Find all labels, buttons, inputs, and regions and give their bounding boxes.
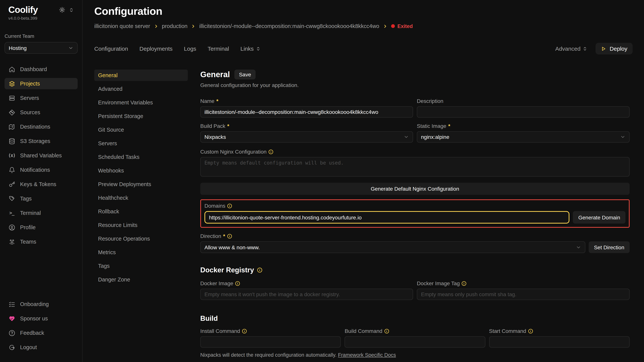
sidebar-item-servers[interactable]: Servers <box>4 92 78 104</box>
sidebar-item-sources[interactable]: Sources <box>4 107 78 118</box>
collapse-chevrons-icon[interactable] <box>69 7 74 12</box>
settings-nav-advanced[interactable]: Advanced <box>94 83 188 95</box>
required-asterisk: * <box>216 98 218 104</box>
tab-terminal[interactable]: Terminal <box>208 45 229 52</box>
info-icon <box>528 329 533 334</box>
sidebar-item-notifications[interactable]: Notifications <box>4 164 78 176</box>
tab-deployments[interactable]: Deployments <box>139 45 172 52</box>
save-button[interactable]: Save <box>234 70 256 79</box>
settings-nav-persistent-storage[interactable]: Persistent Storage <box>94 110 188 122</box>
static-image-select[interactable]: nginx:alpine <box>417 131 630 143</box>
name-input[interactable] <box>200 106 413 118</box>
sidebar-item-logout[interactable]: Logout <box>4 342 78 353</box>
info-icon <box>227 203 232 208</box>
tabs-row: Configuration Deployments Logs Terminal … <box>94 43 633 54</box>
domains-input[interactable] <box>204 211 570 224</box>
braces-x-icon: (x) <box>8 153 15 158</box>
nixpacks-note: Nixpacks will detect the required config… <box>200 352 630 358</box>
sidebar-item-label: Destinations <box>20 124 50 130</box>
status-dot-icon <box>391 24 395 28</box>
settings-nav-tags[interactable]: Tags <box>94 260 188 272</box>
settings-nav-healthcheck[interactable]: Healthcheck <box>94 192 188 204</box>
sidebar-item-shared-variables[interactable]: (x) Shared Variables <box>4 150 78 161</box>
settings-nav-resource-limits[interactable]: Resource Limits <box>94 219 188 231</box>
user-circle-icon <box>8 224 15 231</box>
server-icon <box>8 95 15 101</box>
info-icon <box>257 267 262 273</box>
breadcrumb-environment[interactable]: production <box>162 23 188 29</box>
sidebar-item-label: Projects <box>20 81 40 87</box>
sidebar-item-label: Shared Variables <box>20 152 62 158</box>
build-pack-select[interactable]: Nixpacks <box>200 131 413 143</box>
generate-domain-button[interactable]: Generate Domain <box>573 211 626 224</box>
sidebar-item-label: Onboarding <box>20 301 49 307</box>
settings-nav-resource-operations[interactable]: Resource Operations <box>94 233 188 244</box>
sidebar-item-profile[interactable]: Profile <box>4 222 78 233</box>
required-asterisk: * <box>223 233 225 239</box>
settings-nav-general[interactable]: General <box>94 70 188 81</box>
sidebar-item-onboarding[interactable]: Onboarding <box>4 299 78 310</box>
theme-sun-icon[interactable] <box>59 7 65 13</box>
sidebar-item-tags[interactable]: Tags <box>4 193 78 204</box>
sidebar-item-destinations[interactable]: Destinations <box>4 121 78 132</box>
users-icon <box>8 239 15 245</box>
app-logo: Coolify <box>8 4 38 15</box>
settings-nav-environment-variables[interactable]: Environment Variables <box>94 97 188 108</box>
play-icon <box>601 46 606 51</box>
install-command-input[interactable] <box>200 336 341 348</box>
settings-nav-metrics[interactable]: Metrics <box>94 247 188 258</box>
static-image-value: nginx:alpine <box>421 134 449 140</box>
settings-nav-danger-zone[interactable]: Danger Zone <box>94 274 188 285</box>
docker-image-tag-input[interactable] <box>417 289 630 300</box>
section-title-general: General <box>200 70 230 79</box>
domains-label: Domains <box>204 203 626 209</box>
sidebar-item-keys-tokens[interactable]: Keys & Tokens <box>4 179 78 190</box>
settings-nav-preview-deployments[interactable]: Preview Deployments <box>94 179 188 190</box>
sidebar-item-s3-storages[interactable]: S3 Storages <box>4 135 78 147</box>
settings-nav-rollback[interactable]: Rollback <box>94 206 188 217</box>
generate-nginx-button[interactable]: Generate Default Nginx Configuration <box>200 183 630 195</box>
settings-nav-servers[interactable]: Servers <box>94 138 188 149</box>
info-icon <box>227 234 232 239</box>
build-command-label: Build Command <box>345 328 485 334</box>
sidebar-item-label: Sponsor us <box>20 316 48 322</box>
settings-nav-git-source[interactable]: Git Source <box>94 124 188 135</box>
sidebar-item-label: Profile <box>20 224 36 230</box>
settings-nav-scheduled-tasks[interactable]: Scheduled Tasks <box>94 151 188 163</box>
breadcrumb-project[interactable]: illicitonion quote server <box>94 23 150 29</box>
checklist-icon <box>8 301 15 307</box>
tab-logs[interactable]: Logs <box>184 45 196 52</box>
framework-docs-link[interactable]: Framework Specific Docs <box>338 352 396 358</box>
sidebar-item-teams[interactable]: Teams <box>4 236 78 247</box>
info-icon <box>462 281 467 286</box>
sidebar-item-label: Feedback <box>20 330 44 336</box>
build-command-input[interactable] <box>345 336 485 348</box>
advanced-menu[interactable]: Advanced <box>555 45 587 52</box>
layers-icon <box>8 80 15 87</box>
chevrons-up-down-icon <box>583 46 588 51</box>
sidebar-item-feedback[interactable]: Feedback <box>4 327 78 339</box>
breadcrumb-application[interactable]: illicitestonion/-module--decomposition:m… <box>199 23 379 29</box>
sidebar-item-sponsor[interactable]: Sponsor us <box>4 313 78 324</box>
start-command-input[interactable] <box>489 336 630 348</box>
chevron-down-icon <box>576 245 581 250</box>
docker-image-label: Docker Image <box>200 280 413 286</box>
general-form: General Save General configuration for y… <box>200 70 630 362</box>
team-select[interactable]: Hosting <box>4 42 78 54</box>
description-input[interactable] <box>417 106 630 118</box>
tab-configuration[interactable]: Configuration <box>94 45 128 52</box>
deploy-button[interactable]: Deploy <box>596 43 633 54</box>
sidebar-item-dashboard[interactable]: Dashboard <box>4 63 78 75</box>
section-subtitle: General configuration for your applicati… <box>200 82 630 88</box>
set-direction-button[interactable]: Set Direction <box>589 241 630 253</box>
bell-icon <box>8 167 15 173</box>
docker-image-input[interactable] <box>200 289 413 300</box>
sidebar-item-terminal[interactable]: >_ Terminal <box>4 207 78 219</box>
sidebar-item-projects[interactable]: Projects <box>4 78 78 89</box>
settings-nav-webhooks[interactable]: Webhooks <box>94 165 188 176</box>
direction-select[interactable]: Allow www & non-www. <box>200 241 585 253</box>
tab-links[interactable]: Links <box>240 45 260 52</box>
chevron-right-icon <box>191 24 196 29</box>
nginx-config-textarea[interactable] <box>200 157 630 177</box>
sidebar-item-label: Sources <box>20 109 40 115</box>
